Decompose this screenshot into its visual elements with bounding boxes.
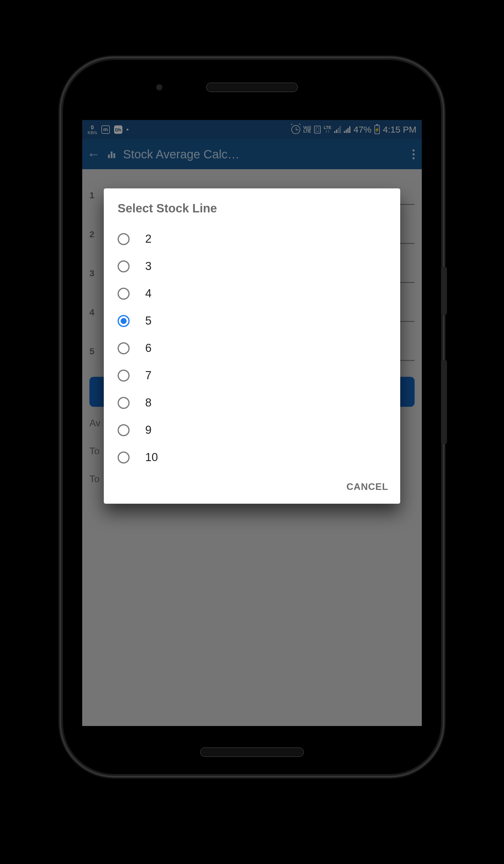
radio-icon [118, 424, 130, 436]
option-7[interactable]: 7 [104, 362, 400, 389]
option-label: 10 [145, 451, 158, 464]
earpiece-speaker [207, 83, 297, 91]
radio-icon [118, 288, 130, 300]
option-label: 6 [145, 342, 152, 355]
phone-side-button [441, 360, 447, 444]
option-label: 8 [145, 396, 152, 409]
dialog-title: Select Stock Line [104, 189, 400, 225]
option-label: 3 [145, 260, 152, 273]
bottom-speaker [201, 748, 303, 756]
radio-icon [118, 233, 130, 245]
radio-icon [118, 342, 130, 354]
option-label: 2 [145, 232, 152, 245]
option-5[interactable]: 5 [104, 307, 400, 335]
option-6[interactable]: 6 [104, 335, 400, 362]
radio-icon [118, 370, 130, 382]
option-8[interactable]: 8 [104, 389, 400, 416]
screen: 0 KB/s m Dh Vo)) LTE LTE ↕↕ [82, 120, 422, 726]
radio-icon [118, 397, 130, 409]
option-10[interactable]: 10 [104, 444, 400, 471]
option-label: 5 [145, 314, 152, 327]
option-2[interactable]: 2 [104, 225, 400, 253]
radio-icon [118, 261, 130, 272]
select-stock-line-dialog: Select Stock Line 2345678910 CANCEL [104, 189, 400, 504]
option-label: 7 [145, 369, 152, 382]
front-camera [156, 84, 163, 91]
option-3[interactable]: 3 [104, 253, 400, 280]
phone-frame: 0 KB/s m Dh Vo)) LTE LTE ↕↕ [63, 60, 441, 774]
phone-side-button [441, 267, 447, 315]
dialog-options: 2345678910 [104, 225, 400, 471]
option-label: 9 [145, 424, 152, 436]
radio-icon [118, 315, 130, 327]
option-9[interactable]: 9 [104, 416, 400, 444]
cancel-button[interactable]: CANCEL [347, 481, 388, 492]
option-label: 4 [145, 287, 152, 300]
option-4[interactable]: 4 [104, 280, 400, 307]
dialog-actions: CANCEL [104, 471, 400, 496]
radio-icon [118, 452, 130, 464]
